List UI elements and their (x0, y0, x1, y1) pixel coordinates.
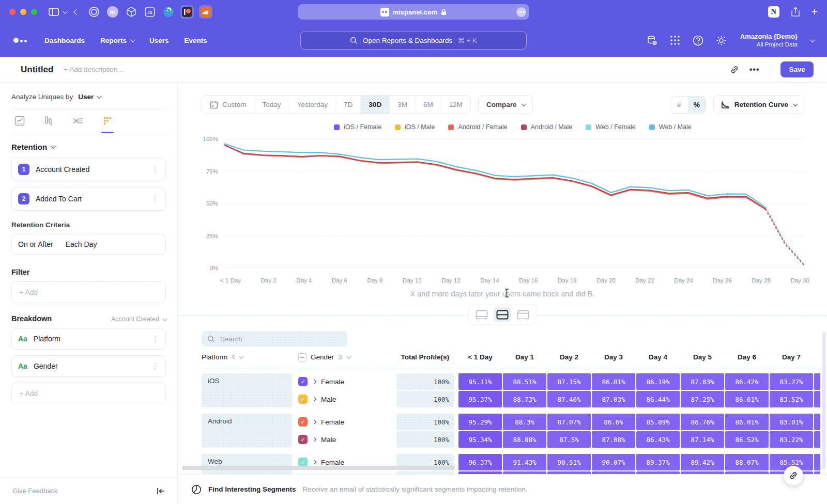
retention-value-cell[interactable]: 87.15% (547, 373, 591, 390)
series-checkbox[interactable]: ✓ (298, 435, 308, 444)
range-custom[interactable]: Custom (202, 96, 254, 114)
retention-value-cell[interactable]: 91.43% (503, 454, 546, 470)
mixpanel-logo[interactable] (13, 38, 27, 43)
tab-funnels[interactable] (43, 115, 54, 127)
breakdown-platform[interactable]: Aa Platform ⋮ (11, 328, 166, 350)
retention-step-a[interactable]: 1 Account Created ⋮ (11, 158, 166, 181)
tab-retention[interactable] (102, 115, 113, 127)
day-column-header[interactable]: Day 1 (503, 353, 546, 361)
retention-value-cell[interactable]: 90.54% (547, 471, 591, 474)
retention-value-cell[interactable]: 86.42% (725, 373, 769, 390)
retention-value-cell[interactable]: 86.76% (681, 414, 724, 430)
retention-value-cell[interactable]: 83.27% (770, 373, 813, 390)
gender-cell[interactable]: ✓Female (298, 373, 396, 390)
collapse-sidebar-icon[interactable] (157, 487, 165, 495)
gender-cell[interactable]: ✓Male (298, 471, 396, 474)
platform-cell[interactable]: Android (202, 414, 292, 448)
gender-cell[interactable]: ✓Male (298, 431, 396, 448)
day-column-header[interactable]: < 1 Day (458, 353, 502, 361)
retention-value-cell[interactable]: 95.11% (458, 373, 502, 390)
more-actions-button[interactable]: ••• (749, 65, 760, 74)
retention-value-cell[interactable]: 89.48% (681, 471, 724, 474)
address-bar[interactable]: mixpanel.com ••• (298, 4, 529, 20)
chart-type-dropdown[interactable]: Retention Curve (713, 95, 804, 114)
nav-events[interactable]: Events (185, 37, 207, 44)
range-30d[interactable]: 30D (360, 96, 389, 114)
retention-section-label[interactable]: Retention (11, 143, 47, 151)
layout-chart-only-button[interactable] (473, 307, 491, 322)
retention-value-cell[interactable]: 86.44% (636, 391, 680, 407)
table-search-input[interactable]: Search (202, 331, 347, 346)
retention-value-cell[interactable]: 87.46% (547, 391, 591, 407)
retention-value-cell[interactable]: 86.81% (592, 373, 635, 390)
breakdown-gender[interactable]: Aa Gender ⋮ (11, 355, 166, 377)
notion-extension-icon[interactable]: N (768, 6, 779, 18)
tab-flows[interactable] (72, 115, 84, 127)
kebab-menu-icon[interactable]: ⋮ (151, 165, 159, 174)
zoom-window-button[interactable] (31, 9, 37, 15)
layout-table-only-button[interactable] (514, 307, 532, 322)
retention-value-cell[interactable]: 83.52% (770, 391, 813, 407)
expand-chevron-icon[interactable] (312, 460, 316, 464)
platform-cell[interactable]: Web (202, 454, 292, 474)
breakdown-scope-selector[interactable]: Account Created (111, 316, 166, 323)
patreon-icon[interactable] (180, 5, 194, 19)
retention-value-cell[interactable]: 90.01% (592, 471, 635, 474)
retention-value-cell[interactable]: 90.51% (547, 454, 591, 470)
retention-value-cell[interactable]: 87.14% (681, 431, 724, 448)
retention-value-cell[interactable]: 86.43% (636, 431, 680, 448)
retention-value-cell[interactable]: 86.52% (725, 431, 769, 448)
range-today[interactable]: Today (254, 96, 289, 114)
retention-value-cell[interactable]: 88.07% (725, 454, 769, 470)
expand-chevron-icon[interactable] (312, 397, 316, 401)
retention-value-cell[interactable]: 96.37% (458, 454, 502, 470)
retention-value-cell[interactable]: 85.89% (636, 414, 680, 430)
retention-value-cell[interactable]: 96.24% (458, 471, 502, 474)
segments-title[interactable]: Find Interesting Segments (208, 485, 296, 493)
kebab-menu-icon[interactable]: ⋮ (151, 361, 159, 371)
retention-value-cell[interactable]: 87.08% (592, 431, 635, 448)
retention-value-cell[interactable]: 88.51% (503, 373, 546, 390)
day-column-header[interactable]: Day 3 (592, 353, 635, 361)
legend-item[interactable]: Android / Male (521, 123, 573, 131)
range-6m[interactable]: 6M (415, 96, 441, 114)
percent-toggle[interactable]: % (688, 97, 706, 113)
retention-value-cell[interactable]: 95.37% (458, 391, 502, 407)
report-title[interactable]: Untitled (21, 65, 53, 75)
global-search[interactable]: Open Reports & Dashboards ⌘ + K (300, 31, 527, 50)
legend-item[interactable]: iOS / Female (334, 123, 381, 131)
retention-value-cell[interactable]: 88.88% (503, 431, 546, 448)
range-7d[interactable]: 7D (335, 96, 360, 114)
settings-gear-icon[interactable] (716, 35, 727, 46)
help-icon[interactable] (693, 35, 703, 46)
retention-step-b[interactable]: 2 Added To Cart ⋮ (11, 187, 166, 211)
compare-dropdown[interactable]: Compare (478, 95, 533, 114)
new-tab-icon[interactable]: + (811, 6, 818, 18)
tab-insights[interactable] (14, 115, 25, 127)
gender-cell[interactable]: ✓Female (298, 414, 396, 430)
save-button[interactable]: Save (780, 61, 814, 77)
gender-column-header[interactable]: – Gender 3 (298, 353, 396, 361)
retention-value-cell[interactable]: 86.01% (725, 414, 769, 430)
vertical-scrollbar[interactable] (822, 332, 825, 469)
retention-value-cell[interactable]: 86.19% (636, 373, 680, 390)
expand-chevron-icon[interactable] (312, 380, 316, 384)
onepassword-icon[interactable] (87, 5, 101, 19)
nav-reports[interactable]: Reports (100, 37, 134, 44)
kebab-menu-icon[interactable]: ⋮ (151, 334, 159, 343)
retention-value-cell[interactable]: 88.73% (503, 391, 546, 407)
sidebar-toggle-icon[interactable] (49, 8, 66, 16)
kebab-menu-icon[interactable]: ⋮ (151, 194, 159, 203)
criteria-mode[interactable]: On or After (18, 240, 53, 248)
criteria-interval[interactable]: Each Day (66, 240, 97, 248)
retention-value-cell[interactable]: 83.22% (770, 431, 813, 448)
project-switcher[interactable]: Amazonia {Demo} All Project Data (740, 33, 798, 49)
retention-value-cell[interactable]: 95.34% (458, 431, 502, 448)
retention-value-cell[interactable]: 87.03% (681, 373, 724, 390)
retention-value-cell[interactable]: 88.3% (503, 414, 546, 430)
nav-dashboards[interactable]: Dashboards (44, 37, 85, 44)
give-feedback-link[interactable]: Give Feedback (12, 487, 57, 495)
day-column-header[interactable]: Day 5 (681, 353, 724, 361)
minimize-window-button[interactable] (20, 9, 26, 15)
series-checkbox[interactable]: ✓ (298, 395, 308, 404)
